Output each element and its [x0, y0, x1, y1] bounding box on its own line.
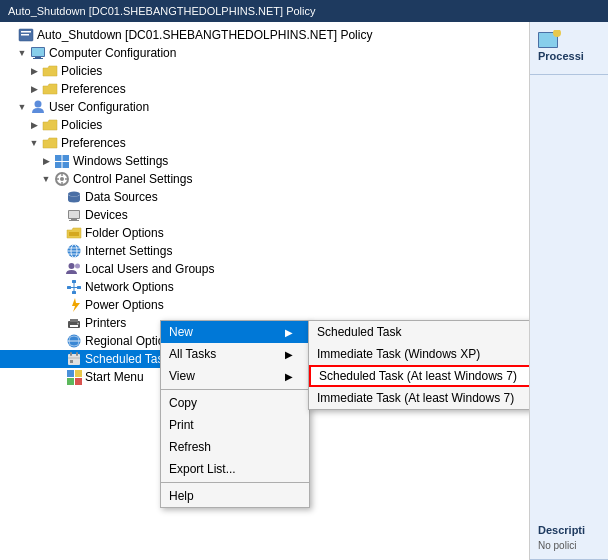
- icon-ws: [54, 153, 70, 169]
- expand-icon-sm: [52, 371, 64, 383]
- context-menu-new-arrow: ▶: [285, 327, 293, 338]
- label-uc: User Configuration: [49, 100, 149, 114]
- svg-point-29: [69, 263, 75, 269]
- icon-cc-prefs: [42, 81, 58, 97]
- main-content: Auto_Shutdown [DC01.SHEBANGTHEDOLPHINS.N…: [0, 22, 608, 560]
- tree-item-folder-options[interactable]: Folder Options: [0, 224, 529, 242]
- icon-is: [66, 243, 82, 259]
- context-menu-help-label: Help: [169, 489, 194, 503]
- expand-icon-cc-prefs: ▶: [28, 83, 40, 95]
- svg-point-13: [60, 177, 64, 181]
- context-menu-copy-label: Copy: [169, 396, 197, 410]
- context-menu-view-label: View: [169, 369, 195, 383]
- icon-cp: [54, 171, 70, 187]
- context-menu-print-label: Print: [169, 418, 194, 432]
- svg-rect-23: [69, 232, 79, 236]
- submenu-immediate-win7-label: Immediate Task (At least Windows 7): [317, 391, 514, 405]
- icon-uc: [30, 99, 46, 115]
- label-cc: Computer Configuration: [49, 46, 176, 60]
- tree-panel: Auto_Shutdown [DC01.SHEBANGTHEDOLPHINS.N…: [0, 22, 530, 560]
- expand-icon-cp: ▼: [40, 173, 52, 185]
- expand-icon-pr: [52, 317, 64, 329]
- icon-sm: [66, 369, 82, 385]
- context-menu-all-tasks[interactable]: All Tasks ▶: [161, 343, 309, 365]
- tree-item-control-panel[interactable]: ▼ Control Panel Settings: [0, 170, 529, 188]
- svg-rect-50: [67, 370, 74, 377]
- context-menu-new-label: New: [169, 325, 193, 339]
- svg-rect-53: [75, 378, 82, 385]
- icon-dev: [66, 207, 82, 223]
- submenu-immediate-win7[interactable]: Immediate Task (At least Windows 7): [309, 387, 530, 409]
- svg-rect-6: [32, 48, 44, 56]
- tree-item-uc-policies[interactable]: ▶ Policies: [0, 116, 529, 134]
- expand-icon-root: [4, 29, 16, 41]
- right-processing-section: Processi: [530, 22, 608, 75]
- context-menu-refresh-label: Refresh: [169, 440, 211, 454]
- tree-item-power-options[interactable]: Power Options: [0, 296, 529, 314]
- svg-rect-52: [67, 378, 74, 385]
- title-text: Auto_Shutdown [DC01.SHEBANGTHEDOLPHINS.N…: [8, 5, 316, 17]
- svg-point-7: [35, 101, 42, 108]
- context-menu-help[interactable]: Help: [161, 485, 309, 507]
- context-menu-view[interactable]: View ▶: [161, 365, 309, 387]
- icon-uc-prefs: [42, 135, 58, 151]
- submenu-scheduled-win7[interactable]: Scheduled Task (At least Windows 7): [309, 365, 530, 387]
- tree-item-uc-prefs[interactable]: ▼ Preferences: [0, 134, 529, 152]
- label-cc-prefs: Preferences: [61, 82, 126, 96]
- tree-item-network-options[interactable]: Network Options: [0, 278, 529, 296]
- context-menu-refresh[interactable]: Refresh: [161, 436, 309, 458]
- svg-rect-46: [70, 352, 72, 356]
- tree-item-data-sources[interactable]: Data Sources: [0, 188, 529, 206]
- tree-item-internet-settings[interactable]: Internet Settings: [0, 242, 529, 260]
- context-menu-view-arrow: ▶: [285, 371, 293, 382]
- expand-icon-dev: [52, 209, 64, 221]
- right-description-section: Descripti No polici: [530, 516, 608, 560]
- expand-icon-uc-policies: ▶: [28, 119, 40, 131]
- expand-icon-ws: ▶: [40, 155, 52, 167]
- label-uc-prefs: Preferences: [61, 136, 126, 150]
- label-root: Auto_Shutdown [DC01.SHEBANGTHEDOLPHINS.N…: [37, 28, 372, 42]
- context-menu-all-tasks-label: All Tasks: [169, 347, 216, 361]
- svg-rect-51: [75, 370, 82, 377]
- tree-item-local-users[interactable]: Local Users and Groups: [0, 260, 529, 278]
- label-ds: Data Sources: [85, 190, 158, 204]
- svg-rect-22: [69, 220, 79, 221]
- right-description-title: Descripti: [538, 524, 600, 536]
- expand-icon-lu: [52, 263, 64, 275]
- label-ws: Windows Settings: [73, 154, 168, 168]
- icon-uc-policies: [42, 117, 58, 133]
- tree-item-cc-preferences[interactable]: ▶ Preferences: [0, 80, 529, 98]
- context-menu-sep2: [161, 482, 309, 483]
- right-description-text: No polici: [538, 540, 600, 551]
- context-menu: New ▶ All Tasks ▶ View ▶ Copy Print Refr…: [160, 320, 310, 508]
- right-panel: Processi Descripti No polici: [530, 22, 608, 560]
- label-sm: Start Menu: [85, 370, 144, 384]
- submenu-scheduled-win7-label: Scheduled Task (At least Windows 7): [319, 369, 517, 383]
- context-menu-copy[interactable]: Copy: [161, 392, 309, 414]
- expand-icon-ro: [52, 335, 64, 347]
- context-menu-export-list[interactable]: Export List...: [161, 458, 309, 480]
- right-processing-title: Processi: [538, 30, 600, 62]
- svg-rect-41: [70, 325, 78, 327]
- tree-item-root[interactable]: Auto_Shutdown [DC01.SHEBANGTHEDOLPHINS.N…: [0, 26, 529, 44]
- submenu-scheduled-task[interactable]: Scheduled Task: [309, 321, 530, 343]
- context-menu-print[interactable]: Print: [161, 414, 309, 436]
- context-menu-new[interactable]: New ▶: [161, 321, 309, 343]
- svg-rect-34: [77, 286, 81, 289]
- svg-rect-32: [72, 291, 76, 294]
- tree-item-windows-settings[interactable]: ▶ Windows Settings: [0, 152, 529, 170]
- tree-item-computer-config[interactable]: ▼ Computer Configuration: [0, 44, 529, 62]
- tree-item-devices[interactable]: Devices: [0, 206, 529, 224]
- tree-item-cc-policies[interactable]: ▶ Policies: [0, 62, 529, 80]
- label-uc-policies: Policies: [61, 118, 102, 132]
- icon-ro: [66, 333, 82, 349]
- title-bar: Auto_Shutdown [DC01.SHEBANGTHEDOLPHINS.N…: [0, 0, 608, 22]
- expand-icon-no: [52, 281, 64, 293]
- tree-item-user-config[interactable]: ▼ User Configuration: [0, 98, 529, 116]
- svg-point-42: [77, 323, 79, 325]
- svg-point-18: [68, 192, 80, 197]
- submenu-immediate-xp[interactable]: Immediate Task (Windows XP): [309, 343, 530, 365]
- icon-st: [66, 351, 82, 367]
- svg-rect-20: [69, 211, 79, 218]
- icon-cc-policies: [42, 63, 58, 79]
